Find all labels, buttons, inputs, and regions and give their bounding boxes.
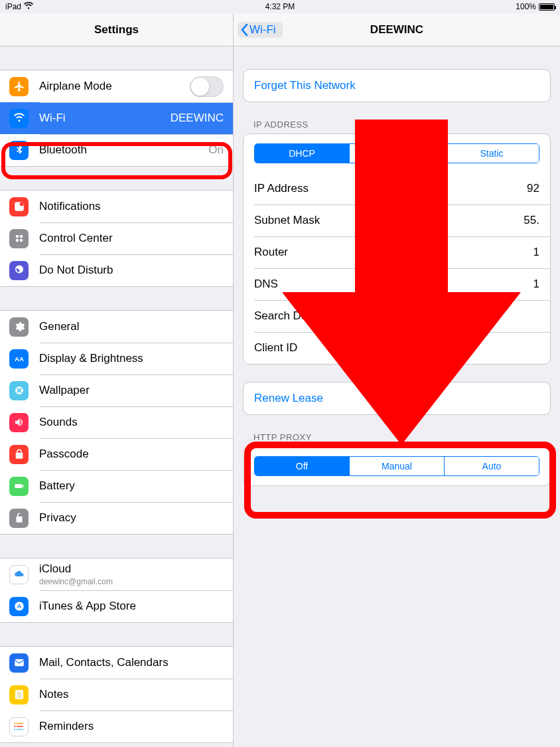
sidebar-item-label: Notes [39, 688, 224, 701]
proxy-mode-segmented[interactable]: OffManualAuto [254, 456, 539, 476]
battery-icon [9, 477, 29, 496]
sidebar-item-mail-contacts-calendars[interactable]: Mail, Contacts, Calendars [0, 647, 233, 679]
ip-tab-dhcp[interactable]: DHCP [255, 144, 349, 163]
sidebar-item-label: Mail, Contacts, Calendars [39, 656, 224, 669]
sidebar-item-label: Bluetooth [39, 143, 208, 157]
field-value: 1 [533, 278, 539, 291]
sidebar-item-label: iTunes & App Store [39, 600, 224, 613]
sidebar-item-label: Battery [39, 479, 224, 493]
notifications-icon [9, 197, 29, 216]
general-icon [9, 317, 29, 337]
field-subnet-mask[interactable]: Subnet Mask55. [244, 205, 550, 236]
svg-rect-13 [23, 485, 24, 487]
field-label: Router [254, 246, 533, 259]
sidebar-item-value: DEEWINC [171, 112, 224, 125]
sidebar-item-wallpaper[interactable]: Wallpaper [0, 374, 233, 406]
svg-text:AA: AA [14, 355, 23, 363]
proxy-tab-auto[interactable]: Auto [444, 457, 539, 475]
status-bar: iPad 4:32 PM 100% [0, 0, 560, 13]
sidebar-item-display-brightness[interactable]: AADisplay & Brightness [0, 343, 233, 374]
sidebar-item-reminders[interactable]: Reminders [0, 710, 233, 742]
passcode-icon [9, 445, 29, 464]
svg-point-26 [14, 728, 15, 730]
sidebar-item-label: Wi-Fi [39, 112, 171, 125]
reminders-icon [9, 717, 29, 736]
http-proxy-header: HTTP PROXY [253, 432, 540, 442]
sidebar-item-label: iCloud [39, 562, 113, 576]
sidebar-item-notes[interactable]: Notes [0, 679, 233, 710]
icloud-icon [9, 565, 29, 584]
field-label: DNS [254, 278, 533, 291]
sidebar-item-bluetooth[interactable]: BluetoothOn [0, 134, 233, 166]
ip-tab-bootp[interactable]: BootP [349, 144, 444, 163]
svg-point-4 [15, 239, 19, 242]
field-label: IP Address [254, 182, 527, 195]
field-ip-address[interactable]: IP Address92 [244, 173, 550, 205]
svg-point-10 [18, 392, 21, 394]
svg-point-5 [19, 239, 23, 242]
clock: 4:32 PM [265, 2, 295, 11]
field-value: 55. [524, 214, 539, 227]
svg-rect-12 [15, 484, 22, 488]
sidebar-item-notifications[interactable]: Notifications [0, 191, 233, 222]
ip-group: DHCPBootPStatic IP Address92Subnet Mask5… [243, 133, 551, 365]
renew-lease-button[interactable]: Renew Lease [244, 382, 550, 414]
privacy-icon [9, 509, 29, 528]
settings-sidebar: Settings Airplane ModeWi-FiDEEWINCBlueto… [0, 13, 234, 747]
sidebar-item-label: Sounds [39, 416, 224, 429]
battery-icon [539, 3, 555, 11]
sidebar-item-do-not-disturb[interactable]: Do Not Disturb [0, 254, 233, 286]
proxy-tab-manual[interactable]: Manual [349, 457, 444, 475]
svg-point-11 [15, 389, 18, 392]
wifi-icon [9, 109, 29, 128]
ip-mode-segmented[interactable]: DHCPBootPStatic [254, 143, 539, 163]
proxy-tab-off[interactable]: Off [255, 457, 349, 475]
svg-point-9 [20, 389, 23, 392]
sidebar-item-icloud[interactable]: iClouddeewinc@gmail.com [0, 558, 233, 590]
sidebar-item-sounds[interactable]: Sounds [0, 406, 233, 438]
bluetooth-icon [9, 141, 29, 160]
field-value: 1 [533, 246, 539, 259]
sidebar-item-privacy[interactable]: Privacy [0, 502, 233, 534]
sidebar-item-label: Reminders [39, 720, 224, 733]
control-center-icon [9, 229, 29, 248]
mail-icon [9, 653, 29, 673]
sidebar-item-label: General [39, 320, 224, 333]
sidebar-item-label: Display & Brightness [39, 352, 224, 365]
svg-point-1 [19, 202, 23, 206]
back-button[interactable]: Wi-Fi [238, 22, 283, 38]
sidebar-item-label: Passcode [39, 448, 224, 461]
svg-point-8 [18, 386, 21, 389]
field-search-domains[interactable]: Search Domains [244, 300, 550, 332]
page-title: Settings [94, 23, 139, 37]
sidebar-item-general[interactable]: General [0, 311, 233, 343]
sidebar-item-sublabel: deewinc@gmail.com [39, 577, 113, 586]
network-title: DEEWINC [370, 23, 423, 37]
svg-point-25 [14, 726, 15, 727]
sidebar-item-wi-fi[interactable]: Wi-FiDEEWINC [0, 102, 233, 134]
sidebar-item-label: Notifications [39, 200, 224, 213]
sidebar-item-label: Control Center [39, 232, 224, 245]
ip-tab-static[interactable]: Static [444, 144, 539, 163]
left-navbar: Settings [0, 13, 233, 46]
sidebar-item-airplane-mode[interactable]: Airplane Mode [0, 70, 233, 102]
field-dns[interactable]: DNS1 [244, 268, 550, 300]
renew-group: Renew Lease [243, 382, 551, 415]
sidebar-item-label: Airplane Mode [39, 80, 190, 93]
field-client-id[interactable]: Client ID [244, 332, 550, 364]
sidebar-item-value: On [208, 143, 224, 157]
sidebar-item-control-center[interactable]: Control Center [0, 222, 233, 254]
sidebar-item-battery[interactable]: Battery [0, 470, 233, 502]
svg-point-24 [14, 722, 15, 724]
wallpaper-icon [9, 381, 29, 400]
display-icon: AA [9, 349, 29, 369]
sidebar-item-itunes-app-store[interactable]: AiTunes & App Store [0, 590, 233, 622]
ip-address-header: IP ADDRESS [253, 120, 540, 129]
toggle[interactable] [190, 76, 224, 97]
field-router[interactable]: Router1 [244, 236, 550, 268]
notes-icon [9, 685, 29, 705]
svg-text:A: A [17, 603, 21, 610]
forget-network-button[interactable]: Forget This Network [244, 70, 550, 102]
right-navbar: Wi-Fi DEEWINC [234, 13, 560, 46]
sidebar-item-passcode[interactable]: Passcode [0, 438, 233, 470]
